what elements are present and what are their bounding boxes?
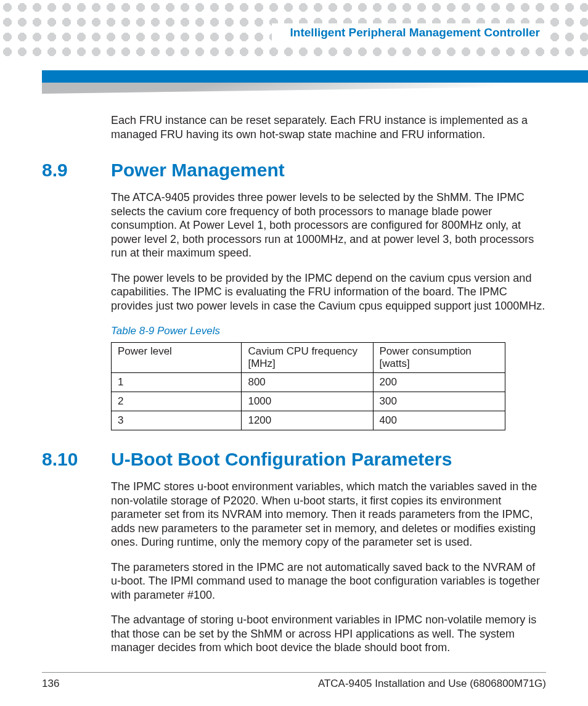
header-grey-wedge — [42, 83, 588, 94]
table-header-cell: Power level — [112, 343, 242, 373]
table-cell: 200 — [373, 373, 505, 392]
table-header-cell: Power consumption [watts] — [373, 343, 505, 373]
table-cell: 400 — [373, 411, 505, 430]
table-row: 3 1200 400 — [112, 411, 505, 430]
section-8-10-p2: The parameters stored in the IPMC are no… — [111, 560, 546, 602]
table-8-9-caption: Table 8-9 Power Levels — [111, 325, 546, 337]
table-cell: 800 — [242, 373, 373, 392]
table-cell: 1 — [112, 373, 242, 392]
running-header: Intelligent Peripheral Management Contro… — [272, 23, 546, 42]
table-cell: 1200 — [242, 411, 373, 430]
table-row: 1 800 200 — [112, 373, 505, 392]
section-title: Power Management — [111, 160, 285, 181]
table-cell: 2 — [112, 392, 242, 411]
section-8-9-heading: 8.9 Power Management — [42, 160, 546, 181]
header-blue-bar — [42, 70, 588, 83]
page-content: Each FRU instance can be reset separatel… — [42, 113, 546, 666]
page-number: 136 — [42, 678, 59, 690]
section-number: 8.10 — [42, 449, 111, 470]
section-number: 8.9 — [42, 160, 111, 181]
section-8-9-p2: The power levels to be provided by the I… — [111, 271, 546, 313]
section-8-10-heading: 8.10 U-Boot Boot Configuration Parameter… — [42, 449, 546, 470]
table-cell: 3 — [112, 411, 242, 430]
section-8-10-p1: The IPMC stores u-boot environment varia… — [111, 480, 546, 549]
table-row: 2 1000 300 — [112, 392, 505, 411]
section-8-10-p3: The advantage of storing u-boot environm… — [111, 613, 546, 655]
intro-paragraph: Each FRU instance can be reset separatel… — [111, 113, 546, 141]
page-footer: 136 ATCA-9405 Installation and Use (6806… — [42, 672, 546, 690]
section-8-9-p1: The ATCA-9405 provides three power level… — [111, 191, 546, 260]
table-cell: 300 — [373, 392, 505, 411]
document-reference: ATCA-9405 Installation and Use (6806800M… — [318, 678, 546, 690]
section-title: U-Boot Boot Configuration Parameters — [111, 449, 452, 470]
table-header-row: Power level Cavium CPU frequency [MHz] P… — [112, 343, 505, 373]
table-8-9-power-levels: Power level Cavium CPU frequency [MHz] P… — [111, 342, 505, 430]
table-cell: 1000 — [242, 392, 373, 411]
table-header-cell: Cavium CPU frequency [MHz] — [242, 343, 373, 373]
